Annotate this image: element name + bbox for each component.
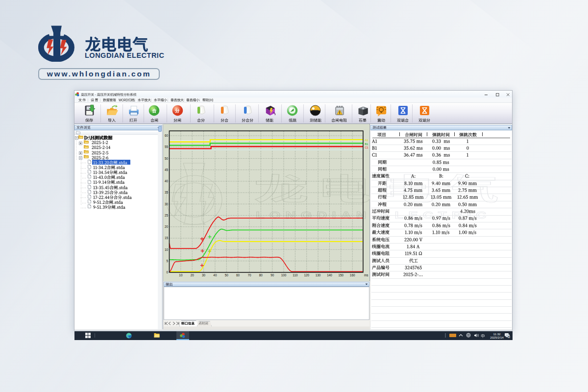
svg-text:40: 40 — [165, 179, 169, 183]
svg-text:110: 110 — [293, 273, 298, 277]
svg-text:30: 30 — [165, 202, 169, 206]
svg-text:60: 60 — [165, 134, 169, 137]
svg-text:15: 15 — [165, 236, 169, 240]
svg-text:160: 160 — [350, 273, 355, 277]
svg-text:55: 55 — [165, 145, 169, 148]
svg-text:120: 120 — [304, 273, 309, 277]
svg-text:90: 90 — [270, 273, 274, 277]
svg-text:40: 40 — [213, 273, 217, 277]
svg-text:150: 150 — [338, 273, 343, 277]
svg-text:50: 50 — [225, 273, 229, 277]
svg-text:80: 80 — [259, 273, 263, 277]
svg-text:100: 100 — [281, 273, 287, 277]
svg-text:60: 60 — [236, 273, 240, 277]
svg-text:20: 20 — [191, 273, 195, 277]
svg-text:30: 30 — [202, 273, 206, 277]
svg-text:C1: C1 — [365, 146, 368, 149]
svg-text:0: 0 — [166, 270, 168, 274]
svg-text:45: 45 — [165, 168, 169, 172]
svg-text:10: 10 — [179, 273, 183, 277]
svg-text:70: 70 — [247, 273, 251, 277]
svg-text:20: 20 — [165, 225, 169, 228]
svg-text:5: 5 — [166, 259, 168, 263]
svg-text:10: 10 — [165, 248, 169, 251]
svg-text:140: 140 — [327, 273, 332, 277]
svg-text:ms: ms — [364, 273, 368, 277]
svg-text:35: 35 — [165, 191, 169, 194]
svg-text:50: 50 — [165, 157, 169, 160]
svg-text:A1: A1 — [365, 139, 368, 142]
svg-text:130: 130 — [316, 273, 321, 277]
svg-text:25: 25 — [165, 214, 169, 217]
svg-text:B1: B1 — [365, 143, 368, 146]
